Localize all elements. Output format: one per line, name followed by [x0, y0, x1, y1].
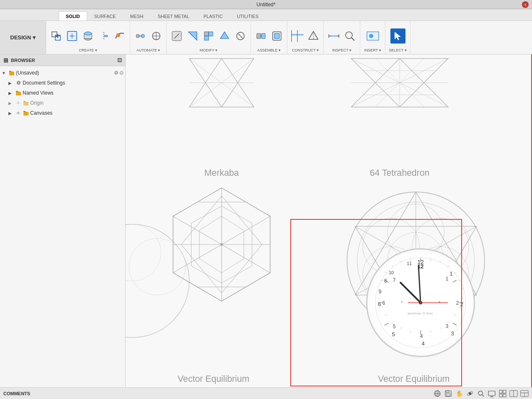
status-icon-search[interactable] [477, 389, 485, 398]
modify-icon-2[interactable] [185, 28, 200, 44]
svg-line-131 [385, 314, 387, 316]
svg-rect-18 [204, 32, 209, 36]
tree-item-canvases[interactable]: ▶ 👁 Canvases [0, 108, 125, 118]
status-icon-hand[interactable]: ✋ [455, 389, 463, 398]
modify-icon-3[interactable] [201, 28, 216, 44]
tab-solid[interactable]: SOLID [59, 11, 87, 21]
tab-surface[interactable]: SURFACE [87, 11, 123, 21]
clock-numbers-container: 12 1 2 3 4 5 6 7 8 9 10 11 american ⏱ ti… [370, 252, 471, 353]
browser-expand-btn[interactable]: ⊡ [117, 57, 122, 63]
extrude-icon[interactable] [80, 28, 96, 44]
tab-plastic[interactable]: PLASTIC [196, 11, 230, 21]
status-icon-display1[interactable] [488, 389, 496, 398]
create-section: CREATE ▾ [46, 21, 130, 54]
svg-rect-184 [503, 390, 506, 393]
select-icons [390, 23, 405, 47]
svg-rect-48 [23, 101, 26, 102]
modify-icon-1[interactable] [169, 28, 184, 44]
construct-icon-1[interactable] [290, 28, 305, 44]
svg-line-132 [380, 307, 383, 307]
toolbar: DESIGN ▾ CREATE ▾ [0, 21, 532, 54]
tab-mesh[interactable]: MESH [123, 11, 151, 21]
assemble-icon-1[interactable] [253, 28, 269, 44]
browser-collapse-icon[interactable]: ⊞ [3, 57, 8, 64]
tree-arrow-origin: ▶ [8, 101, 14, 106]
svg-rect-185 [499, 394, 502, 397]
assemble-icon-2[interactable] [269, 28, 284, 44]
tree-label-origin: Origin [30, 100, 44, 106]
tree-item-namedviews[interactable]: ▶ Named Views [0, 88, 125, 98]
svg-text:5: 5 [393, 324, 396, 329]
select-icon[interactable] [390, 28, 405, 44]
status-bar: COMMENTS ✋ [0, 387, 532, 399]
status-icon-orbit[interactable] [466, 389, 474, 398]
inspect-label[interactable]: INSPECT ▾ [332, 48, 351, 52]
construct-label[interactable]: CONSTRUCT ▾ [292, 48, 319, 52]
tree-item-root[interactable]: ▼ (Unsaved) ⚙ ⊙ [0, 68, 125, 78]
svg-line-122 [458, 307, 461, 307]
svg-text:6: 6 [382, 300, 385, 306]
browser-panel: ⊞ BROWSER ⊡ ▼ (Unsaved) ⚙ ⊙ ▶ ⚙ Document… [0, 54, 126, 387]
insert-icon-1[interactable] [365, 28, 380, 44]
tab-utilities[interactable]: UTILITIES [230, 11, 266, 21]
svg-rect-180 [488, 391, 495, 396]
sweep-icon[interactable] [112, 28, 127, 44]
modify-icon-4[interactable] [217, 28, 232, 44]
tree-item-docsettings[interactable]: ▶ ⚙ Document Settings [0, 78, 125, 88]
svg-text:american ⏱ time.: american ⏱ time. [408, 311, 434, 315]
svg-rect-44 [9, 71, 11, 72]
svg-line-129 [400, 327, 401, 329]
svg-text:10: 10 [389, 270, 394, 275]
svg-rect-28 [274, 33, 279, 39]
svg-rect-20 [204, 36, 209, 40]
close-button[interactable]: × [522, 1, 529, 8]
automate-icon-2[interactable] [149, 28, 164, 44]
inspect-icon-1[interactable] [326, 28, 341, 44]
new-component-icon[interactable] [49, 28, 64, 44]
construct-icon-2[interactable] [306, 28, 321, 44]
comments-label: COMMENTS [3, 391, 30, 396]
tab-sheet-metal[interactable]: SHEET METAL [150, 11, 196, 21]
svg-line-121 [461, 298, 463, 299]
insert-label[interactable]: INSERT ▾ [364, 48, 381, 52]
automate-label[interactable]: AUTOMATE ▾ [137, 48, 160, 52]
construct-section: CONSTRUCT ▾ [287, 21, 324, 54]
status-icon-globe[interactable] [433, 389, 442, 398]
browser-tree: ▼ (Unsaved) ⚙ ⊙ ▶ ⚙ Document Settings ▶ … [0, 66, 125, 387]
create-sketch-icon[interactable] [65, 28, 80, 44]
status-icon-grid[interactable] [498, 389, 507, 398]
tree-item-origin[interactable]: ▶ 👁 Origin [0, 98, 125, 108]
assemble-label[interactable]: ASSEMBLE ▾ [257, 48, 281, 52]
design-label: DESIGN ▾ [10, 34, 35, 41]
root-extra-icon: ⊙ [119, 70, 124, 76]
status-icon-panels[interactable] [520, 389, 529, 398]
svg-rect-46 [16, 91, 18, 92]
canvas-content: Merkaba 64 Tetrahedron Vector Equilibriu… [126, 54, 532, 387]
status-icon-save[interactable] [444, 389, 452, 398]
svg-line-119 [458, 280, 461, 281]
modify-section: MODIFY ▾ [167, 21, 251, 54]
automate-section: AUTOMATE ▾ [130, 21, 167, 54]
modify-icon-5[interactable] [233, 28, 248, 44]
revolve-icon[interactable] [96, 28, 111, 44]
svg-rect-37 [331, 35, 336, 37]
eye-icon-canvases: 👁 [15, 110, 22, 116]
select-label[interactable]: SELECT ▾ [389, 48, 406, 52]
automate-icon-1[interactable] [133, 28, 148, 44]
svg-rect-47 [23, 102, 28, 106]
svg-rect-19 [209, 32, 213, 36]
browser-header: ⊞ BROWSER ⊡ [0, 54, 125, 66]
status-icon-layout[interactable] [509, 389, 518, 398]
svg-line-115 [430, 259, 431, 261]
tree-label-docsettings: Document Settings [23, 80, 65, 86]
design-button[interactable]: DESIGN ▾ [0, 21, 46, 54]
tree-label-canvases: Canvases [30, 110, 52, 116]
modify-label[interactable]: MODIFY ▾ [200, 48, 217, 52]
create-label[interactable]: CREATE ▾ [79, 48, 97, 52]
tree-arrow-canvases: ▶ [8, 111, 14, 116]
svg-point-155 [420, 302, 421, 304]
svg-rect-186 [503, 394, 506, 397]
inspect-icon-2[interactable] [342, 28, 357, 44]
browser-title: BROWSER [11, 58, 35, 63]
svg-point-38 [346, 32, 352, 39]
